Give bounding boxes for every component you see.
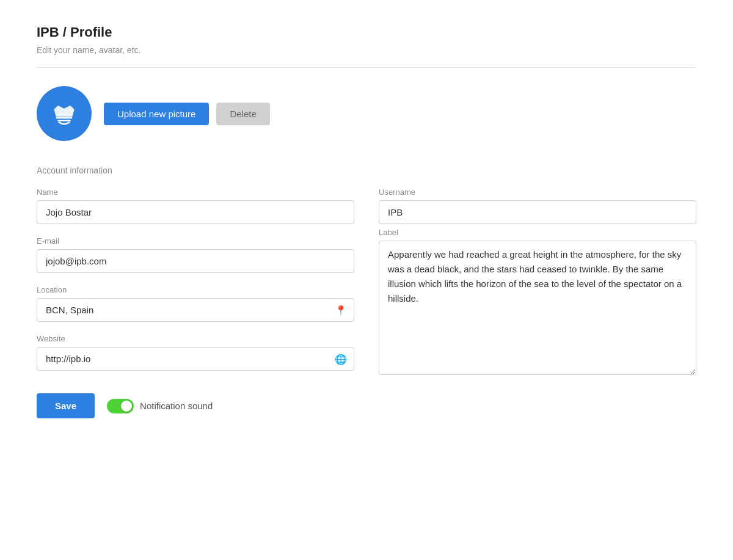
label-group: Label Apparently we had reached a great … (379, 228, 696, 375)
footer-row: Save Notification sound (37, 393, 696, 418)
name-group: Name (37, 187, 354, 224)
notification-sound-toggle-label[interactable]: Notification sound (107, 399, 213, 413)
page-subtitle: Edit your name, avatar, etc. (37, 45, 696, 55)
location-input-wrapper: 📍 (37, 298, 354, 322)
avatar-section: Upload new picture Delete (37, 86, 696, 141)
svg-rect-2 (57, 120, 71, 122)
username-input[interactable] (379, 200, 696, 224)
left-column: Name E-mail Location 📍 Website 🌐 (37, 187, 354, 375)
name-input[interactable] (37, 200, 354, 224)
save-button[interactable]: Save (37, 393, 95, 418)
account-section-title: Account information (37, 165, 696, 175)
username-label: Username (379, 187, 696, 197)
label-textarea[interactable]: Apparently we had reached a great height… (379, 241, 696, 375)
toggle-slider (107, 399, 134, 413)
delete-picture-button[interactable]: Delete (216, 103, 269, 125)
notification-sound-label: Notification sound (140, 401, 213, 411)
avatar (37, 86, 92, 141)
label-label: Label (379, 228, 696, 237)
upload-picture-button[interactable]: Upload new picture (104, 103, 209, 125)
email-label: E-mail (37, 236, 354, 245)
location-group: Location 📍 (37, 285, 354, 322)
name-label: Name (37, 187, 354, 197)
website-group: Website 🌐 (37, 334, 354, 371)
section-divider (37, 67, 696, 68)
username-group: Username (379, 187, 696, 224)
svg-rect-1 (56, 117, 73, 119)
website-input-wrapper: 🌐 (37, 347, 354, 371)
svg-marker-0 (54, 106, 74, 117)
right-column: Username Label Apparently we had reached… (379, 187, 696, 375)
website-input[interactable] (37, 347, 354, 371)
email-input[interactable] (37, 249, 354, 273)
website-label: Website (37, 334, 354, 343)
avatar-buttons: Upload new picture Delete (104, 103, 270, 125)
location-input[interactable] (37, 298, 354, 322)
page-title: IPB / Profile (37, 24, 696, 40)
email-group: E-mail (37, 236, 354, 273)
notification-sound-toggle[interactable] (107, 399, 134, 413)
form-columns: Name E-mail Location 📍 Website 🌐 Usernam… (37, 187, 696, 375)
location-label: Location (37, 285, 354, 294)
